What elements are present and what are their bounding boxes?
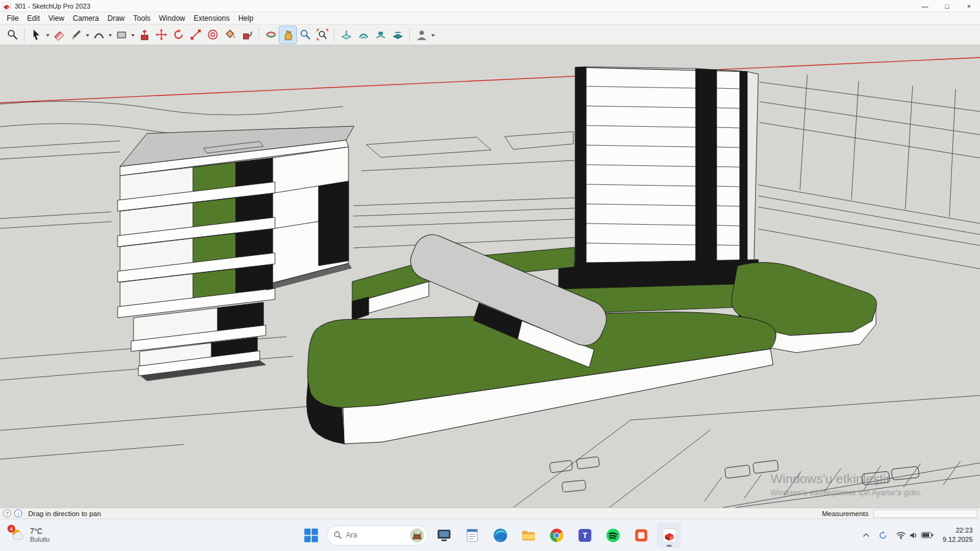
help-icon[interactable]: ? <box>3 509 11 517</box>
status-bar: ? i Drag in direction to pan Measurement… <box>0 508 980 519</box>
pencil-icon <box>70 29 82 40</box>
toolbar <box>0 24 980 45</box>
section-cuts-tool-button[interactable] <box>372 26 389 43</box>
section-plane-tool-button[interactable] <box>337 26 355 43</box>
taskbar-center: T <box>299 519 682 551</box>
arc-tool-button[interactable] <box>90 26 107 43</box>
push-pull-tool-button[interactable] <box>135 26 153 43</box>
measurements-input[interactable] <box>873 509 978 518</box>
chevron-up-icon <box>862 532 870 538</box>
scale-tool-button[interactable] <box>187 26 204 43</box>
follow-me-tool-button[interactable] <box>238 26 255 43</box>
window-title: 301 - SketchUp Pro 2023 <box>15 2 91 10</box>
menu-camera[interactable]: Camera <box>69 13 104 24</box>
start-button[interactable] <box>299 522 323 548</box>
section-plane-icon <box>341 29 352 40</box>
office-tower[interactable] <box>559 67 760 307</box>
minimize-button[interactable]: — <box>914 0 936 12</box>
pan-tool-button[interactable] <box>279 26 296 43</box>
rectangle-icon <box>116 29 127 40</box>
teams-icon: T <box>577 528 592 543</box>
menu-file[interactable]: File <box>2 13 23 24</box>
line-tool-dropdown[interactable] <box>85 26 90 43</box>
zoom-tool-button[interactable] <box>296 26 314 43</box>
weather-temp: 7°C <box>30 527 50 536</box>
paint-bucket-tool-button[interactable] <box>221 26 238 43</box>
system-tray: 22:23 9.12.2025 <box>859 519 976 551</box>
zoom-extents-tool-button[interactable] <box>314 26 331 43</box>
line-tool-button[interactable] <box>67 26 85 43</box>
weather-condition: Bulutlu <box>30 536 50 543</box>
zoom-extents-icon <box>317 29 328 40</box>
app-icon-chrome[interactable] <box>545 522 569 548</box>
menu-window[interactable]: Window <box>155 13 190 24</box>
orbit-icon <box>265 29 277 40</box>
search-input[interactable] <box>346 531 407 539</box>
edge-browser-icon <box>492 528 508 543</box>
orbit-tool-button[interactable] <box>262 26 279 43</box>
menu-help[interactable]: Help <box>234 13 258 24</box>
app-icon-sketchup[interactable] <box>657 522 682 548</box>
rotate-tool-button[interactable] <box>170 26 187 43</box>
tray-network-volume-battery[interactable] <box>893 524 937 546</box>
tray-chevron-button[interactable] <box>859 524 873 546</box>
toolbar-separator <box>24 28 24 42</box>
app-icon-system-monitor[interactable] <box>432 522 456 548</box>
shapes-tool-dropdown[interactable] <box>130 26 135 43</box>
app-icon-edge[interactable] <box>488 522 513 548</box>
toolbar-separator <box>409 28 410 42</box>
menu-extensions[interactable]: Extensions <box>189 13 234 24</box>
arc-icon <box>93 29 105 40</box>
avatar-icon <box>416 29 428 40</box>
move-arrows-icon <box>156 29 167 40</box>
arc-tool-dropdown[interactable] <box>107 26 113 43</box>
tray-time: 22:23 <box>943 526 973 535</box>
taskbar-search[interactable] <box>327 525 428 545</box>
rotate-icon <box>173 29 184 40</box>
toolbar-separator <box>258 28 259 42</box>
offset-icon <box>207 29 219 40</box>
section-fill-tool-button[interactable] <box>389 26 406 43</box>
magnifier-frame-icon <box>7 29 18 40</box>
app-icon-spotify[interactable] <box>601 522 625 548</box>
cursor-arrow-icon <box>31 29 42 40</box>
close-button[interactable]: × <box>958 0 980 12</box>
tray-sync-button[interactable] <box>875 524 891 546</box>
sign-in-dropdown[interactable] <box>430 26 435 43</box>
sketchup-logo-icon <box>2 2 11 10</box>
app-icon-office[interactable] <box>629 522 654 548</box>
notepad-icon <box>464 528 480 543</box>
menu-view[interactable]: View <box>44 13 69 24</box>
search-highlight-image[interactable] <box>410 528 424 542</box>
chrome-browser-icon <box>549 528 564 543</box>
section-cuts-icon <box>375 29 386 40</box>
sign-in-avatar-button[interactable] <box>413 26 430 43</box>
3d-viewport[interactable] <box>0 45 980 508</box>
zoom-select-tool-button[interactable] <box>4 26 21 43</box>
office-icon <box>633 528 649 543</box>
volume-icon <box>909 531 918 539</box>
select-tool-button[interactable] <box>28 26 45 43</box>
move-tool-button[interactable] <box>153 26 170 43</box>
info-icon[interactable]: i <box>14 509 22 517</box>
viewport-container: Windows'u etkinleştir Windows'u etkinleş… <box>0 45 980 508</box>
menu-tools[interactable]: Tools <box>129 13 155 24</box>
offset-tool-button[interactable] <box>204 26 221 43</box>
windows-start-icon <box>303 528 318 543</box>
tray-clock[interactable]: 22:23 9.12.2025 <box>939 524 976 546</box>
weather-widget[interactable]: 4 7°C Bulutlu <box>5 519 55 551</box>
spotify-icon <box>605 528 620 543</box>
wifi-icon <box>896 531 906 539</box>
menu-edit[interactable]: Edit <box>23 13 44 24</box>
section-display-tool-button[interactable] <box>355 26 372 43</box>
shapes-tool-button[interactable] <box>113 26 130 43</box>
select-tool-dropdown[interactable] <box>45 26 50 43</box>
section-display-icon <box>358 29 369 40</box>
menu-draw[interactable]: Draw <box>104 13 129 24</box>
sketchup-app-icon <box>662 528 677 543</box>
app-icon-notepad[interactable] <box>460 522 484 548</box>
app-icon-teams[interactable]: T <box>573 522 597 548</box>
app-icon-file-explorer[interactable] <box>516 522 541 548</box>
eraser-tool-button[interactable] <box>50 26 67 43</box>
maximize-button[interactable]: □ <box>936 0 958 12</box>
